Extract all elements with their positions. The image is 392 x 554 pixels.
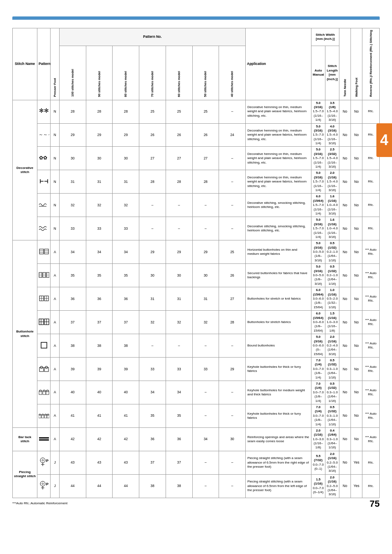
svg-rect-48 — [42, 415, 44, 418]
svg-point-61 — [40, 481, 45, 486]
pattern-num-cell: 27 — [139, 147, 166, 170]
application-cell: Keyhole buttonholes for thick or furry f… — [246, 358, 311, 381]
pattern-num-cell: – — [219, 451, 246, 474]
pattern-num-cell: 34 — [166, 381, 192, 404]
pattern-num-cell: 32 — [60, 194, 86, 217]
svg-text:P: P — [46, 482, 48, 486]
presser-cell: A — [51, 287, 60, 311]
pattern-cell — [37, 264, 51, 287]
chapter-tab: 4 — [376, 123, 392, 157]
pattern-num-cell: 41 — [86, 404, 113, 427]
twin-needle-cell: No — [339, 287, 351, 311]
pattern-num-cell: 39 — [86, 358, 113, 381]
th-70: 70 stitches model — [139, 46, 166, 100]
table-row: N323232––––Decorative stitching, smockin… — [13, 194, 380, 217]
walking-foot-cell: No — [351, 381, 362, 404]
twin-needle-cell: No — [339, 264, 351, 287]
pattern-num-cell: 28 — [166, 170, 192, 194]
reverse-cell: Rfc. — [362, 170, 380, 194]
th-50: 50 stitches model — [192, 46, 219, 100]
pattern-num-cell: 35 — [86, 264, 113, 287]
stitch-width-cell: 2.0 (1/16)1.0–3.0(1/16–1/8) — [311, 427, 325, 451]
table-row: P J4444443838––Piecing straight stitchin… — [13, 474, 380, 498]
application-cell: Keyhole buttonholes for medium weight an… — [246, 381, 311, 404]
pattern-num-cell: 40 — [86, 381, 113, 404]
twin-needle-cell: No — [339, 240, 351, 264]
th-stitch-width-group: Stitch Width [mm (inch.)] — [311, 28, 339, 46]
table-row: A39393933333329Keyhole buttonholes for t… — [13, 358, 380, 381]
pattern-num-cell: 40 — [60, 381, 86, 404]
pattern-num-cell: 39 — [113, 358, 139, 381]
stitch-name-cell: Bar tack stitch — [13, 427, 37, 451]
walking-foot-cell: Yes — [351, 451, 362, 474]
pattern-num-cell: 30 — [219, 427, 246, 451]
pattern-num-cell: 29 — [166, 240, 192, 264]
stitch-length-cell: 2.0 (1/16)0.2–5.0(1/64–3/16) — [325, 474, 339, 498]
reverse-cell: Rfc. — [362, 451, 380, 474]
pattern-cell — [37, 170, 51, 194]
header-row-1: Stitch Name Pattern Presser Foot Pattern… — [13, 28, 380, 46]
pattern-num-cell: 30 — [139, 264, 166, 287]
stitch-length-cell: 0.5 (1/32)0.2–1.0(1/64–1/16) — [325, 264, 339, 287]
twin-needle-cell: No — [339, 147, 351, 170]
pattern-num-cell: – — [219, 147, 246, 170]
table-row: ～～～N29292926262624Decorative hemming on … — [13, 123, 380, 147]
pattern-num-cell: 42 — [60, 427, 86, 451]
pattern-num-cell: 31 — [86, 170, 113, 194]
twin-needle-cell: No — [339, 100, 351, 123]
pattern-num-cell: 37 — [86, 311, 113, 334]
pattern-cell — [37, 404, 51, 427]
pattern-num-cell: 41 — [113, 404, 139, 427]
stitch-width-cell: 5.0 (3/16)1.5–7.0(1/16–1/4) — [311, 123, 325, 147]
walking-foot-cell: No — [351, 170, 362, 194]
reverse-cell: Rfc. — [362, 194, 380, 217]
svg-point-56 — [40, 458, 45, 463]
svg-rect-35 — [41, 342, 47, 348]
twin-needle-cell: No — [339, 404, 351, 427]
pattern-cell: ～～～ — [37, 123, 51, 147]
pattern-num-cell: 34 — [86, 240, 113, 264]
walking-foot-cell: Yes — [351, 474, 362, 498]
th-40: 40 stitches model — [219, 46, 246, 100]
svg-text:P: P — [46, 459, 48, 463]
twin-needle-cell: No — [339, 427, 351, 451]
stitch-length-cell: 2.5 (3/32)1.5–4.0(1/16–3/16) — [325, 147, 339, 170]
stitch-length-cell: 2.0 (1/16)0.2–4.0(1/64–3/16) — [325, 334, 339, 358]
walking-foot-cell: No — [351, 427, 362, 451]
th-twin: Twin Needle — [339, 28, 351, 100]
walking-foot-cell: No — [351, 264, 362, 287]
pattern-num-cell: – — [139, 217, 166, 240]
walking-foot-cell: No — [351, 217, 362, 240]
pattern-num-cell: – — [219, 404, 246, 427]
twin-needle-cell: No — [339, 170, 351, 194]
pattern-num-cell: – — [219, 194, 246, 217]
stitch-width-cell: 1.5 (1/16)0.0–7.0(0–1/4) — [311, 474, 325, 498]
twin-needle-cell: No — [339, 474, 351, 498]
pattern-num-cell: 27 — [219, 287, 246, 311]
twin-needle-cell: No — [339, 381, 351, 404]
presser-cell: A — [51, 404, 60, 427]
pattern-num-cell: 28 — [86, 100, 113, 123]
application-cell: Decorative hemming on thin, medium weigh… — [246, 123, 311, 147]
application-cell: Buttonholes for stretch or knit fabrics — [246, 287, 311, 311]
pattern-num-cell: 44 — [60, 474, 86, 498]
pattern-num-cell: – — [219, 474, 246, 498]
presser-cell: N — [51, 147, 60, 170]
pattern-num-cell: 37 — [166, 451, 192, 474]
pattern-num-cell: 38 — [113, 334, 139, 358]
stitch-table: Stitch Name Pattern Presser Foot Pattern… — [12, 28, 380, 498]
pattern-num-cell: 26 — [139, 123, 166, 147]
svg-rect-46 — [39, 415, 41, 418]
svg-point-57 — [42, 459, 44, 461]
table-body: Decorative stitch✻✻N282828252525–Decorat… — [13, 100, 380, 498]
th-walking: Walking Foot — [351, 28, 362, 100]
pattern-num-cell: 36 — [166, 427, 192, 451]
reverse-cell: *** Auto Rfc. — [362, 240, 380, 264]
stitch-length-cell: 2.0 (1/16)1.5–4.0(1/16–3/16) — [325, 170, 339, 194]
svg-rect-8 — [39, 249, 44, 254]
stitch-width-cell: 5.0 (3/16)1.5–7.0(1/16–1/4) — [311, 147, 325, 170]
walking-foot-cell: No — [351, 358, 362, 381]
pattern-num-cell: 32 — [192, 311, 219, 334]
pattern-num-cell: – — [219, 100, 246, 123]
pattern-num-cell: 37 — [113, 311, 139, 334]
